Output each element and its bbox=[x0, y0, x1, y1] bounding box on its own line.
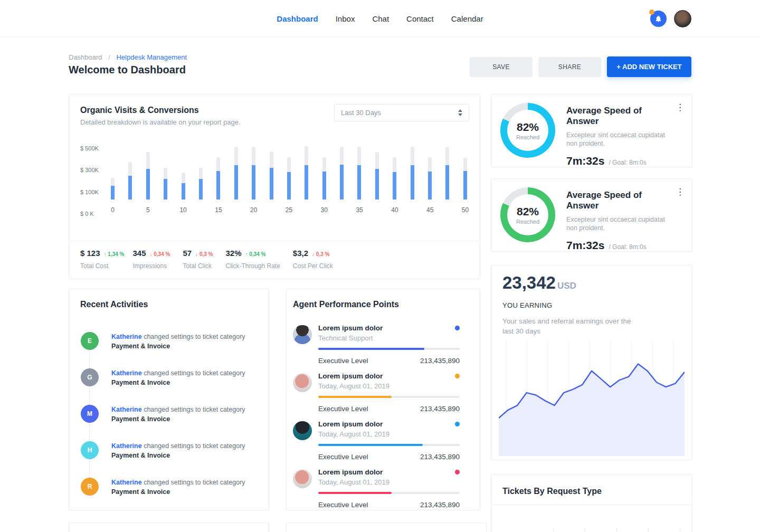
save-button[interactable]: SAVE bbox=[470, 57, 533, 77]
agent-progress-track bbox=[318, 348, 460, 350]
activity-actor: Katherine bbox=[111, 333, 142, 340]
agent-subtitle: Today, August 01, 2019 bbox=[318, 478, 460, 486]
agent-row: Lorem ipsum dolorTechnical SupportExecut… bbox=[293, 324, 460, 365]
bell-icon bbox=[654, 15, 662, 23]
bar-filled-segment bbox=[428, 172, 432, 200]
bar bbox=[411, 145, 414, 200]
nav-inbox[interactable]: Inbox bbox=[336, 14, 355, 23]
agent-progress-fill bbox=[318, 444, 423, 446]
activity-avatar: R bbox=[81, 478, 99, 496]
nav-dashboard[interactable]: Dashboard bbox=[277, 14, 318, 23]
activity-actor: Katherine bbox=[111, 479, 142, 486]
agent-performance-title: Agent Performance Points bbox=[287, 289, 480, 309]
agent-points: 213,435,890 bbox=[420, 453, 460, 461]
agent-level: Executive Level bbox=[318, 357, 368, 365]
bar bbox=[305, 145, 308, 200]
top-header: DashboardInboxChatContactCalendar bbox=[0, 0, 760, 37]
agent-progress-track bbox=[318, 492, 460, 494]
activity-actor: Katherine bbox=[111, 369, 142, 377]
agent-row: Lorem ipsum dolorToday, August 01, 2019E… bbox=[293, 372, 460, 413]
x-axis-tick: 25 bbox=[286, 206, 292, 214]
organic-bar-chart: $ 500K$ 300K$ 100K$ 0 K bbox=[80, 145, 467, 203]
nav-contact[interactable]: Contact bbox=[406, 14, 434, 23]
delta-down: ↓ 0,3 % bbox=[312, 251, 329, 257]
earnings-currency: USD bbox=[557, 281, 576, 291]
x-axis-tick: 15 bbox=[215, 206, 222, 214]
activity-text: Katherine changed settings to ticket cat… bbox=[111, 441, 245, 451]
delta-up: ↑ 1,34 % bbox=[104, 251, 125, 257]
nav-chat[interactable]: Chat bbox=[372, 14, 389, 23]
agent-subtitle: Technical Support bbox=[318, 334, 460, 342]
activity-text: Katherine changed settings to ticket cat… bbox=[111, 478, 245, 487]
earnings-label: YOU EARNING bbox=[502, 301, 552, 309]
bar-filled-segment bbox=[216, 171, 220, 200]
breadcrumb-dashboard[interactable]: Dashboard bbox=[69, 53, 102, 61]
agent-progress-track bbox=[318, 444, 460, 446]
delta-up: ↑ 0,34 % bbox=[245, 251, 266, 257]
bar-filled-segment bbox=[411, 165, 414, 200]
speed-card-body: Average Speed of Answer Excepteur sint o… bbox=[566, 190, 674, 252]
bar-filled-segment bbox=[357, 165, 361, 200]
agent-points: 213,435,890 bbox=[420, 357, 460, 365]
breadcrumb-current[interactable]: Helpdesk Management bbox=[116, 53, 187, 61]
donut-center: 82% Reached bbox=[507, 110, 548, 151]
bar bbox=[164, 145, 167, 200]
y-axis-tick: $ 300K bbox=[80, 167, 111, 173]
bar bbox=[393, 145, 396, 200]
delta-down: ↓ 0,34 % bbox=[150, 251, 170, 257]
speed-time-value: 7m:32s bbox=[566, 155, 604, 167]
x-axis-tick: 0 bbox=[111, 206, 115, 214]
kpi-stat: 345↓ 0,34 %Impressions bbox=[132, 249, 170, 270]
bar bbox=[445, 145, 449, 200]
activity-avatar: E bbox=[81, 332, 99, 350]
nav-calendar[interactable]: Calendar bbox=[451, 14, 483, 23]
activity-target: Payment & Invoice bbox=[111, 414, 245, 424]
activity-item: GKatherine changed settings to ticket ca… bbox=[81, 368, 245, 387]
agent-avatar bbox=[293, 421, 312, 440]
speed-time-row: 7m:32s / Goal: 8m:0s bbox=[566, 239, 674, 252]
bar-filled-segment bbox=[164, 179, 167, 200]
more-options-icon[interactable]: ⋮ bbox=[676, 187, 685, 196]
bar-filled-segment bbox=[445, 165, 449, 200]
kpi-value: 32% bbox=[225, 249, 241, 258]
kpi-stats-row: $ 123↑ 1,34 %Total Cost345↓ 0,34 %Impres… bbox=[80, 249, 346, 270]
more-options-icon[interactable]: ⋮ bbox=[676, 103, 685, 112]
earnings-amount: 23,342 USD bbox=[502, 273, 576, 293]
x-axis-tick: 20 bbox=[250, 206, 257, 214]
axis-tick bbox=[553, 528, 554, 531]
date-range-select[interactable]: Last 30 Days bbox=[334, 104, 469, 121]
bar bbox=[287, 145, 291, 200]
donut-percent: 82% bbox=[517, 205, 539, 218]
speed-goal: / Goal: 8m:0s bbox=[609, 243, 646, 251]
earnings-desc: Your sales and referral earnings over th… bbox=[502, 316, 635, 336]
x-axis-tick: 40 bbox=[391, 206, 398, 214]
bar-filled-segment bbox=[270, 168, 273, 200]
add-new-ticket-button[interactable]: + ADD NEW TICKET bbox=[607, 56, 691, 77]
delta-down: ↓ 0,3 % bbox=[195, 251, 213, 257]
activity-item: MKatherine changed settings to ticket ca… bbox=[81, 405, 245, 424]
agent-name: Lorem ipsum dolor bbox=[318, 372, 383, 380]
divider bbox=[491, 505, 692, 505]
kpi-value: $ 123 bbox=[80, 249, 100, 258]
notifications-button[interactable] bbox=[650, 11, 667, 27]
status-dot bbox=[455, 470, 460, 474]
status-dot bbox=[455, 422, 460, 426]
bar-filled-segment bbox=[463, 171, 467, 200]
agent-progress-fill bbox=[318, 492, 392, 494]
activity-target: Payment & Invoice bbox=[111, 378, 245, 387]
bar bbox=[182, 145, 185, 200]
y-axis-tick: $ 500K bbox=[80, 145, 111, 151]
bar-filled-segment bbox=[252, 165, 255, 200]
axis-tick bbox=[585, 528, 585, 531]
share-button[interactable]: SHARE bbox=[538, 57, 601, 77]
user-avatar[interactable] bbox=[674, 10, 691, 27]
agent-avatar bbox=[293, 325, 312, 344]
bar-filled-segment bbox=[375, 169, 379, 200]
x-axis-tick: 35 bbox=[356, 206, 363, 214]
header-icons bbox=[650, 10, 691, 27]
agent-subtitle: Today, August 01, 2019 bbox=[318, 382, 460, 390]
status-dot bbox=[455, 374, 460, 378]
bar bbox=[252, 145, 255, 200]
date-range-value: Last 30 Days bbox=[341, 109, 381, 117]
page-title: Welcome to Dashboard bbox=[69, 64, 186, 76]
